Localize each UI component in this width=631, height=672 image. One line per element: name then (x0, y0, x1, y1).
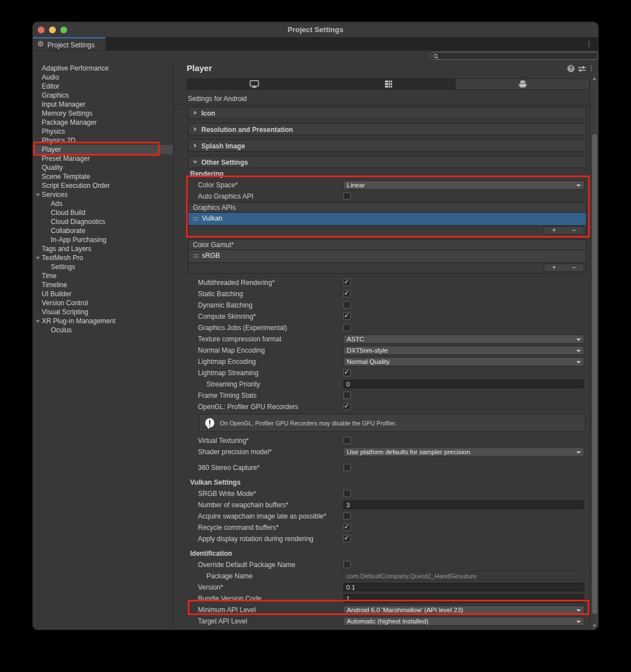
sidebar-item-version-control[interactable]: Version Control (33, 298, 173, 308)
sidebar-item-label: UI Builder (42, 289, 72, 298)
checkbox-dynamic-batching[interactable] (343, 301, 351, 309)
sidebar-item-package-manager[interactable]: Package Manager (33, 118, 173, 127)
sidebar-item-player[interactable]: Player (33, 145, 173, 154)
foldout-icon[interactable]: Icon (188, 107, 586, 119)
scroll-down-arrow-icon[interactable] (593, 625, 596, 627)
dropdown-normal-map-encoding[interactable]: DXT5nm-style (343, 346, 584, 355)
checkbox-compute-skinning[interactable]: ✓ (343, 313, 351, 320)
dropdown-target-api-level[interactable]: Automatic (highest installed) (343, 617, 584, 626)
sidebar-item-cloud-build[interactable]: Cloud Build (33, 208, 173, 217)
sidebar-item-memory-settings[interactable]: Memory Settings (33, 109, 173, 118)
sidebar-item-physics[interactable]: Physics (33, 127, 173, 136)
sidebar-item-input-manager[interactable]: Input Manager (33, 100, 173, 109)
dropdown-lightmap-encoding[interactable]: Normal Quality (343, 357, 584, 366)
scroll-up-arrow-icon[interactable] (593, 77, 596, 80)
search-field[interactable] (430, 52, 598, 60)
sidebar-item-audio[interactable]: Audio (33, 73, 173, 82)
setting-row-streaming-priority: Streaming Priority0 (188, 379, 586, 390)
add-item-button[interactable]: + (544, 227, 564, 234)
section-header-rendering: Rendering (190, 170, 223, 178)
field-bundle-version-code[interactable]: 1 (343, 594, 584, 603)
foldout-resolution-and-presentation[interactable]: Resolution and Presentation (188, 123, 586, 135)
field-number-of-swapchain-buffers[interactable]: 3 (343, 500, 584, 509)
sidebar-item-cloud-diagnostics[interactable]: Cloud Diagnostics (33, 217, 173, 226)
chevron-down-icon[interactable] (36, 194, 40, 196)
tab-project-settings[interactable]: ⚙ Project Settings (33, 37, 105, 50)
list-item-vulkan[interactable]: Vulkan (188, 213, 586, 225)
platform-tab-desktop[interactable] (187, 79, 321, 89)
sidebar-item-time[interactable]: Time (33, 271, 173, 280)
chevron-down-icon[interactable] (36, 320, 40, 323)
drag-handle-icon[interactable] (193, 254, 198, 257)
chevron-down-icon[interactable] (36, 257, 40, 260)
foldout-other-settings[interactable]: Other Settings (188, 156, 586, 168)
sidebar-item-graphics[interactable]: Graphics (33, 91, 173, 100)
sidebar-item-editor[interactable]: Editor (33, 82, 173, 91)
checkbox-srgb-write-mode[interactable] (343, 490, 351, 497)
search-input[interactable] (440, 52, 595, 59)
tab-strip-kebab-icon[interactable]: ⋮ (585, 39, 593, 48)
dropdown-texture-compression-format[interactable]: ASTC (343, 335, 584, 344)
checkbox-360-stereo-capture[interactable] (343, 464, 351, 471)
list-footer-buttons: +− (544, 226, 584, 235)
sidebar-item-adaptive-performance[interactable]: Adaptive Performance (33, 64, 173, 73)
checkbox-graphics-jobs-experimental[interactable] (343, 324, 351, 331)
checkbox-static-batching[interactable]: ✓ (343, 290, 351, 297)
sidebar-item-preset-manager[interactable]: Preset Manager (33, 154, 173, 163)
checkbox-recycle-command-buffers[interactable]: ✓ (343, 524, 351, 531)
sidebar-item-in-app-purchasing[interactable]: In-App Purchasing (33, 235, 173, 244)
sidebar-item-scene-template[interactable]: Scene Template (33, 172, 173, 181)
remove-item-button[interactable]: − (564, 227, 584, 234)
preset-icon[interactable] (578, 65, 586, 72)
chevron-right-icon[interactable] (194, 111, 197, 115)
sidebar-item-oculus[interactable]: Oculus (33, 326, 173, 335)
sidebar-item-tags-and-layers[interactable]: Tags and Layers (33, 244, 173, 253)
field-streaming-priority[interactable]: 0 (343, 380, 584, 388)
vertical-scrollbar[interactable] (590, 75, 598, 630)
list-item-srgb[interactable]: sRGB (188, 250, 586, 262)
field-version[interactable]: 0.1 (343, 583, 584, 591)
sidebar-item-timeline[interactable]: Timeline (33, 280, 173, 289)
sidebar-item-visual-scripting[interactable]: Visual Scripting (33, 308, 173, 317)
sidebar-item-label: Tags and Layers (42, 244, 91, 253)
checkbox-virtual-texturing[interactable] (343, 437, 351, 444)
sidebar-item-physics-2d[interactable]: Physics 2D (33, 136, 173, 145)
dropdown-color-space[interactable]: Linear (343, 181, 584, 190)
sidebar-item-textmesh-pro[interactable]: TextMesh Pro (33, 253, 173, 262)
dropdown-shader-precision-model[interactable]: Use platform defaults for sampler precis… (343, 447, 584, 456)
chevron-right-icon[interactable] (194, 127, 197, 131)
add-item-button[interactable]: + (544, 264, 564, 271)
sidebar-item-xr-plug-in-management[interactable]: XR Plug-in Management (33, 317, 173, 326)
drag-handle-icon[interactable] (193, 217, 198, 220)
checkbox-acquire-swapchain-image-late-as-possible[interactable] (343, 512, 351, 520)
help-icon[interactable]: ? (567, 65, 575, 72)
setting-label-target-api-level: Target API Level (198, 617, 247, 625)
sidebar-item-settings[interactable]: Settings (33, 262, 173, 271)
platform-tab-dedicated-server[interactable] (321, 79, 456, 89)
sidebar-item-script-execution-order[interactable]: Script Execution Order (33, 181, 173, 190)
sidebar-item-quality[interactable]: Quality (33, 163, 173, 172)
checkbox-apply-display-rotation-during-rendering[interactable]: ✓ (343, 535, 351, 542)
checkbox-auto-graphics-api[interactable] (343, 192, 351, 200)
foldout-splash-image[interactable]: Splash Image (188, 139, 586, 152)
scrollbar-thumb[interactable] (592, 134, 597, 614)
sidebar-item-services[interactable]: Services (33, 190, 173, 199)
platform-tab-android[interactable] (456, 79, 589, 89)
chevron-right-icon[interactable] (194, 143, 197, 148)
sidebar-item-ui-builder[interactable]: UI Builder (33, 289, 173, 298)
sidebar-item-label: Cloud Diagnostics (51, 217, 105, 226)
setting-row-virtual-texturing: Virtual Texturing* (188, 435, 586, 446)
checkbox-override-default-package-name[interactable] (343, 561, 351, 568)
checkbox-multithreaded-rendering[interactable]: ✓ (343, 279, 351, 286)
sidebar-item-ads[interactable]: Ads (33, 199, 173, 208)
sidebar-item-collaborate[interactable]: Collaborate (33, 226, 173, 235)
checkbox-opengl-profiler-gpu-recorders[interactable]: ✓ (343, 403, 351, 410)
setting-label-graphics-jobs-experimental: Graphics Jobs (Experimental) (198, 324, 287, 332)
checkbox-lightmap-streaming[interactable]: ✓ (343, 369, 351, 376)
chevron-down-icon[interactable] (193, 161, 197, 164)
checkbox-frame-timing-stats[interactable] (343, 392, 351, 399)
dropdown-minimum-api-level[interactable]: Android 6.0 'Marshmallow' (API level 23) (343, 605, 584, 614)
reorderable-list-graphics-apis: Graphics APIsVulkan+− (188, 202, 586, 236)
remove-item-button[interactable]: − (564, 264, 584, 271)
panel-kebab-icon[interactable]: ⋮ (588, 64, 595, 72)
